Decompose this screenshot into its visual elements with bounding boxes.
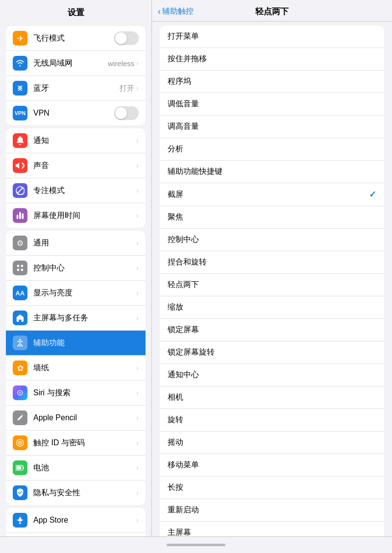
wallpaper-label: 墙纸 bbox=[33, 363, 136, 373]
right-item-label-analysis: 分析 bbox=[168, 144, 376, 154]
right-item-label-program: 程序坞 bbox=[168, 76, 376, 87]
right-item-analysis[interactable]: 分析 bbox=[160, 138, 384, 161]
right-item-double-tap[interactable]: 轻点两下 bbox=[160, 274, 384, 296]
touchid-chevron: › bbox=[136, 439, 139, 447]
sidebar-section-main: ⚙ 通用 › 控制中心 › AA 显示与亮度 › bbox=[6, 231, 146, 505]
airplane-toggle[interactable] bbox=[114, 31, 139, 45]
right-item-open-menu[interactable]: 打开菜单 bbox=[160, 25, 384, 48]
sidebar: 设置 ✈ 飞行模式 无线局域网 wireless › bbox=[0, 0, 152, 536]
right-item-lower-vol[interactable]: 调低音量 bbox=[160, 93, 384, 116]
vpn-toggle[interactable] bbox=[114, 106, 139, 120]
right-item-shake[interactable]: 摇动 bbox=[160, 432, 384, 454]
right-item-label-lower-vol: 调低音量 bbox=[168, 99, 376, 109]
wifi-value: wireless bbox=[108, 59, 134, 68]
sidebar-section-connectivity: ✈ 飞行模式 无线局域网 wireless › bbox=[6, 26, 146, 125]
svg-point-4 bbox=[21, 265, 24, 267]
right-item-press-drag[interactable]: 按住并拖移 bbox=[160, 48, 384, 71]
svg-rect-0 bbox=[19, 212, 21, 219]
right-item-label-camera: 相机 bbox=[168, 392, 376, 403]
svg-point-12 bbox=[20, 442, 21, 444]
svg-point-6 bbox=[21, 269, 24, 271]
right-item-camera[interactable]: 相机 bbox=[160, 386, 384, 409]
right-item-zoom[interactable]: 缩放 bbox=[160, 296, 384, 319]
right-item-home-screen[interactable]: 主屏幕 bbox=[160, 522, 384, 536]
general-label: 通用 bbox=[33, 238, 136, 248]
sidebar-item-notify[interactable]: 通知 › bbox=[6, 128, 146, 153]
appstore-chevron: › bbox=[136, 516, 139, 524]
sidebar-item-touchid[interactable]: 触控 ID 与密码 › bbox=[6, 431, 146, 456]
right-item-pinch-rotate[interactable]: 捏合和旋转 bbox=[160, 251, 384, 274]
sidebar-item-display[interactable]: AA 显示与亮度 › bbox=[6, 281, 146, 306]
sidebar-item-home[interactable]: 主屏幕与多任务 › bbox=[6, 306, 146, 331]
svg-rect-14 bbox=[17, 466, 22, 470]
right-item-raise-vol[interactable]: 调高音量 bbox=[160, 116, 384, 138]
sidebar-item-focus[interactable]: 专注模式 › bbox=[6, 178, 146, 203]
right-item-label-raise-vol: 调高音量 bbox=[168, 121, 376, 132]
pencil-chevron: › bbox=[136, 414, 139, 422]
battery-label: 电池 bbox=[33, 463, 136, 473]
sidebar-item-airplane[interactable]: ✈ 飞行模式 bbox=[6, 26, 146, 51]
wifi-label: 无线局域网 bbox=[33, 58, 108, 69]
screentime-icon bbox=[13, 208, 27, 223]
sidebar-item-wallet[interactable]: 钱包与 Apple Pay › bbox=[6, 533, 146, 536]
svg-point-7 bbox=[19, 339, 21, 341]
right-item-label-zoom: 缩放 bbox=[168, 302, 376, 313]
right-item-long-press[interactable]: 长按 bbox=[160, 477, 384, 499]
right-item-label-press-drag: 按住并拖移 bbox=[168, 54, 376, 64]
right-item-restart[interactable]: 重新启动 bbox=[160, 499, 384, 522]
sidebar-item-pencil[interactable]: Apple Pencil › bbox=[6, 406, 146, 431]
sidebar-item-siri[interactable]: Siri 与搜索 › bbox=[6, 381, 146, 406]
right-item-screenshot[interactable]: 截屏✓ bbox=[160, 183, 384, 206]
home-label: 主屏幕与多任务 bbox=[33, 313, 136, 323]
sidebar-item-screentime[interactable]: 屏幕使用时间 › bbox=[6, 203, 146, 228]
sidebar-item-sound[interactable]: 声音 › bbox=[6, 153, 146, 178]
bluetooth-value: 打开 bbox=[120, 84, 134, 93]
right-item-notification-center[interactable]: 通知中心 bbox=[160, 364, 384, 386]
right-item-focus2[interactable]: 聚焦 bbox=[160, 206, 384, 229]
sound-chevron: › bbox=[136, 162, 139, 169]
sidebar-item-battery[interactable]: 电池 › bbox=[6, 456, 146, 481]
privacy-chevron: › bbox=[136, 489, 139, 497]
wallpaper-chevron: › bbox=[136, 364, 139, 372]
sidebar-item-wifi[interactable]: 无线局域网 wireless › bbox=[6, 51, 146, 76]
appstore-icon bbox=[13, 513, 27, 528]
sidebar-item-wallpaper[interactable]: ✿ 墙纸 › bbox=[6, 356, 146, 381]
wallpaper-icon: ✿ bbox=[13, 361, 27, 375]
general-icon: ⚙ bbox=[13, 236, 27, 250]
right-item-lock-screen[interactable]: 锁定屏幕 bbox=[160, 319, 384, 341]
home-chevron: › bbox=[136, 314, 139, 322]
siri-icon bbox=[13, 385, 27, 400]
display-label: 显示与亮度 bbox=[33, 288, 136, 298]
right-item-mobile-menu[interactable]: 移动菜单 bbox=[160, 454, 384, 477]
right-item-label-open-menu: 打开菜单 bbox=[168, 31, 376, 42]
focus-icon bbox=[13, 183, 27, 198]
right-item-control-center[interactable]: 控制中心 bbox=[160, 229, 384, 251]
wifi-icon bbox=[13, 56, 27, 71]
right-item-lock-rotation[interactable]: 锁定屏幕旋转 bbox=[160, 341, 384, 364]
right-item-label-double-tap: 轻点两下 bbox=[168, 280, 376, 290]
sidebar-item-control[interactable]: 控制中心 › bbox=[6, 256, 146, 281]
back-chevron-icon: ‹ bbox=[158, 6, 161, 17]
sidebar-item-privacy[interactable]: 隐私与安全性 › bbox=[6, 481, 146, 505]
sidebar-section-notifications: 通知 › 声音 › 专注模式 › bbox=[6, 128, 146, 228]
sidebar-section-apps: App Store › 钱包与 Apple Pay › bbox=[6, 508, 146, 536]
control-icon bbox=[13, 261, 27, 275]
sidebar-item-general[interactable]: ⚙ 通用 › bbox=[6, 231, 146, 256]
notify-icon bbox=[13, 133, 27, 148]
right-item-label-lock-rotation: 锁定屏幕旋转 bbox=[168, 347, 376, 358]
sidebar-item-vpn[interactable]: VPN VPN bbox=[6, 101, 146, 125]
right-item-accessibility-shortcut[interactable]: 辅助功能快捷键 bbox=[160, 161, 384, 183]
back-button[interactable]: ‹ 辅助触控 bbox=[158, 6, 194, 17]
vpn-icon: VPN bbox=[13, 106, 27, 120]
pencil-label: Apple Pencil bbox=[33, 413, 136, 422]
right-item-rotate[interactable]: 旋转 bbox=[160, 409, 384, 432]
right-item-label-long-press: 长按 bbox=[168, 482, 376, 493]
sidebar-item-bluetooth[interactable]: 蓝牙 打开 › bbox=[6, 76, 146, 101]
home-icon bbox=[13, 311, 27, 325]
sidebar-item-accessibility[interactable]: 辅助功能 bbox=[6, 331, 146, 356]
siri-label: Siri 与搜索 bbox=[33, 388, 136, 398]
sidebar-item-appstore[interactable]: App Store › bbox=[6, 508, 146, 533]
notify-chevron: › bbox=[136, 137, 139, 144]
accessibility-label: 辅助功能 bbox=[33, 338, 139, 348]
right-item-program[interactable]: 程序坞 bbox=[160, 71, 384, 93]
